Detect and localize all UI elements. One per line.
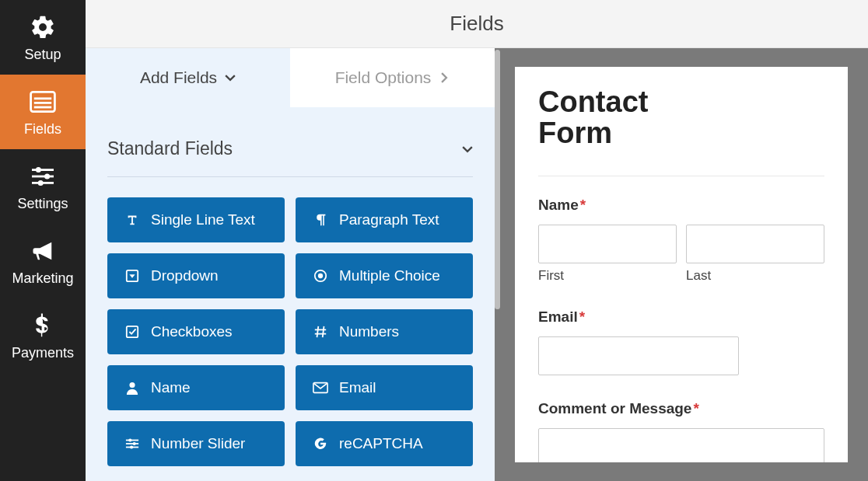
- form-title: ContactForm: [538, 87, 824, 149]
- dropdown-icon: [124, 268, 140, 284]
- svg-point-14: [129, 382, 135, 388]
- message-input[interactable]: [538, 428, 824, 462]
- first-name-input[interactable]: [538, 225, 677, 263]
- dollar-icon: [34, 311, 51, 340]
- chevron-right-icon: [439, 68, 450, 87]
- field-number-slider[interactable]: Number Slider: [107, 421, 285, 466]
- sidebar-item-label: Fields: [24, 121, 61, 138]
- email-input[interactable]: [538, 336, 739, 375]
- envelope-icon: [313, 380, 328, 396]
- chevron-down-icon: [225, 68, 236, 87]
- panel-tabs: Add Fields Field Options: [86, 48, 495, 107]
- sidebar-item-marketing[interactable]: Marketing: [0, 224, 86, 298]
- form-group-name: Name* First Last: [538, 197, 824, 284]
- field-label: Dropdown: [151, 267, 219, 284]
- field-label: Paragraph Text: [339, 211, 439, 228]
- sidebar-item-label: Payments: [12, 345, 74, 361]
- sliders-icon: [30, 162, 56, 191]
- field-label: reCAPTCHA: [339, 435, 423, 452]
- tab-label: Add Fields: [140, 68, 217, 87]
- sidebar-item-label: Setup: [24, 47, 61, 63]
- svg-point-7: [44, 173, 50, 179]
- field-label: Multiple Choice: [339, 267, 440, 284]
- svg-point-19: [133, 442, 136, 445]
- page-title: Fields: [450, 12, 503, 36]
- svg-point-17: [128, 438, 131, 441]
- form-card: ContactForm Name* First Last: [515, 67, 848, 462]
- section-title: Standard Fields: [107, 138, 233, 159]
- main-area: Fields Add Fields Field Options: [86, 0, 868, 481]
- field-label: Numbers: [339, 323, 399, 340]
- text-icon: [124, 212, 140, 228]
- last-name-input[interactable]: [686, 225, 824, 263]
- sliders-icon: [124, 436, 140, 451]
- first-sub-label: First: [538, 268, 677, 284]
- sidebar-item-payments[interactable]: Payments: [0, 298, 86, 373]
- body: Add Fields Field Options Standard Fields: [86, 48, 868, 481]
- required-asterisk: *: [579, 308, 585, 325]
- gear-icon: [30, 12, 56, 42]
- form-group-email: Email*: [538, 308, 824, 375]
- user-icon: [124, 380, 140, 396]
- tab-field-options[interactable]: Field Options: [290, 48, 495, 107]
- field-grid: Single Line Text Paragraph Text Dropdown: [86, 177, 495, 474]
- svg-point-21: [130, 445, 133, 448]
- last-sub-label: Last: [686, 268, 824, 284]
- svg-point-12: [318, 274, 323, 278]
- field-numbers[interactable]: Numbers: [296, 309, 473, 354]
- field-email[interactable]: Email: [296, 365, 473, 410]
- bullhorn-icon: [30, 236, 56, 266]
- form-preview-area: ContactForm Name* First Last: [495, 48, 868, 481]
- field-multiple-choice[interactable]: Multiple Choice: [296, 253, 473, 298]
- svg-point-9: [38, 180, 44, 185]
- name-label: Name*: [538, 197, 824, 214]
- page-header: Fields: [86, 0, 868, 48]
- sidebar-item-setup[interactable]: Setup: [0, 0, 86, 75]
- svg-rect-13: [127, 326, 138, 337]
- field-checkboxes[interactable]: Checkboxes: [107, 309, 285, 354]
- field-label: Email: [339, 379, 376, 396]
- paragraph-icon: [313, 212, 328, 228]
- panel-scrollbar[interactable]: [495, 50, 500, 309]
- field-label: Name: [151, 379, 191, 396]
- sidebar-item-settings[interactable]: Settings: [0, 149, 86, 224]
- field-name[interactable]: Name: [107, 365, 285, 410]
- form-icon: [30, 87, 56, 117]
- required-asterisk: *: [693, 400, 698, 417]
- required-asterisk: *: [580, 197, 586, 213]
- email-label: Email*: [538, 308, 824, 326]
- field-dropdown[interactable]: Dropdown: [107, 253, 285, 298]
- google-icon: [313, 436, 328, 451]
- chevron-down-icon: [462, 138, 473, 159]
- svg-point-5: [36, 167, 41, 173]
- divider: [538, 176, 824, 176]
- field-label: Single Line Text: [151, 211, 255, 228]
- radio-icon: [313, 268, 328, 284]
- field-single-line-text[interactable]: Single Line Text: [107, 197, 285, 242]
- message-label: Comment or Message*: [538, 400, 824, 417]
- tab-label: Field Options: [335, 68, 432, 87]
- hash-icon: [313, 324, 328, 340]
- field-label: Number Slider: [151, 435, 245, 452]
- form-group-message: Comment or Message*: [538, 400, 824, 462]
- sidebar-item-label: Settings: [17, 196, 68, 212]
- field-recaptcha[interactable]: reCAPTCHA: [296, 421, 473, 466]
- field-paragraph-text[interactable]: Paragraph Text: [296, 197, 473, 242]
- section-standard-fields[interactable]: Standard Fields: [107, 120, 473, 177]
- tab-add-fields[interactable]: Add Fields: [86, 48, 290, 107]
- sidebar-item-fields[interactable]: Fields: [0, 75, 86, 149]
- sidebar-item-label: Marketing: [12, 270, 73, 287]
- checkbox-icon: [124, 324, 140, 340]
- field-label: Checkboxes: [151, 323, 233, 340]
- fields-panel: Add Fields Field Options Standard Fields: [86, 48, 495, 481]
- app-sidebar: Setup Fields Settings Marketing Payments: [0, 0, 86, 481]
